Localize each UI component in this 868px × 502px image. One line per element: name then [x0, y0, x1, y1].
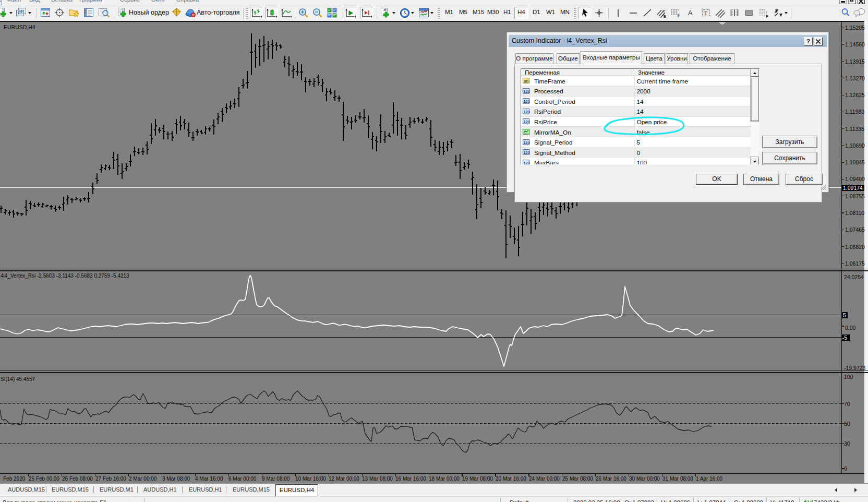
- svg-text:31 Mar 08:00: 31 Mar 08:00: [662, 476, 693, 482]
- svg-text:1.13915: 1.13915: [845, 58, 865, 65]
- svg-text:12 Mar 00:00: 12 Mar 00:00: [329, 476, 359, 482]
- svg-text:123: 123: [523, 99, 530, 104]
- svg-text:1.11335: 1.11335: [845, 126, 864, 132]
- svg-text:123: 123: [523, 150, 530, 155]
- svg-text:123: 123: [523, 160, 530, 165]
- svg-text:2 Mar 00:00: 2 Mar 00:00: [129, 476, 157, 482]
- svg-text:1.09400: 1.09400: [845, 176, 865, 182]
- svg-text:13 Mar 08:00: 13 Mar 08:00: [362, 476, 393, 482]
- svg-text:9 Mar 08:00: 9 Mar 08:00: [262, 476, 290, 482]
- svg-text:5: 5: [843, 312, 846, 318]
- svg-text:20 Mar 16:00: 20 Mar 16:00: [496, 476, 526, 482]
- svg-text:1.09174: 1.09174: [843, 185, 863, 191]
- svg-text:123: 123: [523, 109, 530, 114]
- svg-text:27 Feb 16:00: 27 Feb 16:00: [95, 476, 126, 482]
- svg-text:25 Feb 00:00: 25 Feb 00:00: [29, 476, 59, 482]
- svg-text:1.15205: 1.15205: [845, 25, 865, 31]
- svg-text:100: 100: [844, 374, 853, 380]
- svg-text:1.08110: 1.08110: [845, 210, 864, 216]
- svg-text:3 Mar 08:00: 3 Mar 08:00: [162, 476, 190, 482]
- svg-text:1.11980: 1.11980: [845, 109, 864, 115]
- svg-text:E: E: [664, 15, 666, 18]
- svg-text:123: 123: [523, 89, 530, 93]
- svg-text:F: F: [766, 15, 769, 18]
- svg-text:SI(14) 45.4557: SI(14) 45.4557: [1, 376, 35, 382]
- svg-text:26 Mar 16:00: 26 Mar 16:00: [596, 476, 626, 482]
- svg-text:123: 123: [523, 119, 530, 124]
- svg-text:1.06820: 1.06820: [845, 244, 865, 250]
- svg-text:123: 123: [523, 140, 530, 145]
- svg-text:1.12625: 1.12625: [845, 92, 865, 98]
- svg-text:ab: ab: [524, 79, 528, 83]
- svg-text:0.00: 0.00: [845, 325, 856, 331]
- svg-text:0: 0: [844, 465, 847, 472]
- svg-text:1.14560: 1.14560: [845, 41, 865, 47]
- svg-text:4i4_Vertex_Rsi -2.5603 -3.1143: 4i4_Vertex_Rsi -2.5603 -3.1143 -0.5683 0…: [1, 273, 129, 279]
- svg-text:30: 30: [844, 440, 850, 447]
- svg-text:EURUSD,H4: EURUSD,H4: [4, 24, 35, 30]
- svg-text:1.06175: 1.06175: [845, 260, 865, 267]
- svg-text:1.08755: 1.08755: [845, 193, 865, 199]
- svg-text:70: 70: [844, 401, 850, 407]
- svg-text:10 Mar 16:00: 10 Mar 16:00: [295, 476, 326, 482]
- svg-text:1.13270: 1.13270: [845, 75, 865, 81]
- svg-text:4 Mar 16:00: 4 Mar 16:00: [195, 476, 223, 482]
- svg-text:25 Mar 08:00: 25 Mar 08:00: [562, 476, 593, 482]
- svg-text:-5: -5: [842, 334, 848, 341]
- svg-text:16 Mar 16:00: 16 Mar 16:00: [395, 476, 426, 482]
- svg-text:24.0254: 24.0254: [844, 274, 864, 280]
- svg-text:30 Mar 00:00: 30 Mar 00:00: [629, 476, 660, 482]
- svg-text:T: T: [704, 10, 707, 16]
- svg-text:50: 50: [844, 421, 850, 427]
- svg-text:24 Mar 00:00: 24 Mar 00:00: [529, 476, 560, 482]
- svg-text:1 Apr 16:00: 1 Apr 16:00: [696, 476, 723, 482]
- svg-text:18 Mar 00:00: 18 Mar 00:00: [429, 476, 460, 482]
- svg-text:Feb 2020: Feb 2020: [3, 476, 26, 482]
- svg-text:1.10045: 1.10045: [845, 159, 865, 165]
- svg-text:1.07465: 1.07465: [845, 226, 865, 233]
- svg-text:6 Mar 00:00: 6 Mar 00:00: [228, 476, 257, 482]
- svg-text:F: F: [678, 14, 680, 18]
- svg-text:19 Mar 08:00: 19 Mar 08:00: [462, 476, 493, 482]
- svg-text:26 Feb 08:00: 26 Feb 08:00: [62, 476, 93, 482]
- svg-text:-19.9723: -19.9723: [844, 365, 866, 371]
- svg-text:1.10690: 1.10690: [845, 142, 865, 149]
